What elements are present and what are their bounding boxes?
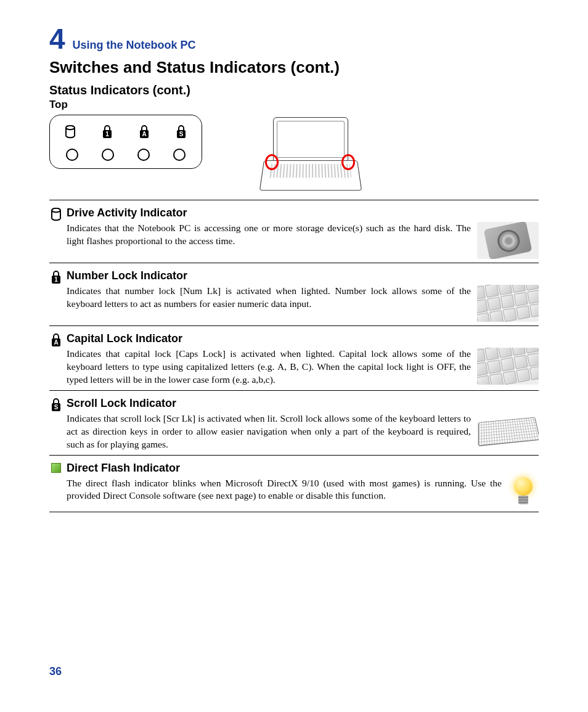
laptop-diagram [258, 115, 362, 195]
scroll-lock-section: S Scroll Lock Indicator Indicates that s… [49, 397, 539, 451]
indicator-description: Indicates that the Notebook PC is access… [67, 222, 471, 248]
chapter-title: Using the Notebook PC [73, 39, 196, 52]
section-title: Status Indicators (cont.) [49, 83, 539, 97]
indicator-title: Scroll Lock Indicator [67, 397, 539, 410]
divider [49, 263, 539, 263]
indicator-description: Indicates that scroll lock [Scr Lk] is a… [67, 412, 471, 451]
drive-activity-section: Drive Activity Indicator Indicates that … [49, 207, 539, 259]
svg-text:A: A [54, 339, 58, 346]
hard-disk-image [477, 222, 539, 259]
keyboard-keys-image [477, 348, 539, 385]
numlock-icon: 1 [100, 124, 114, 140]
keyboard-keys-image [477, 285, 539, 322]
indicator-title: Direct Flash Indicator [67, 462, 539, 475]
led-indicator [102, 149, 114, 161]
subsection-title: Top [49, 99, 539, 111]
led-indicator [173, 149, 186, 161]
divider [49, 390, 539, 391]
svg-text:S: S [179, 131, 184, 137]
led-indicator [137, 149, 150, 161]
direct-flash-section: Direct Flash Indicator The direct flash … [49, 462, 539, 508]
number-lock-section: 1 Number Lock Indicator Indicates that n… [49, 269, 539, 322]
chapter-number: 4 [49, 25, 65, 53]
directflash-icon [49, 463, 63, 473]
page-number: 36 [49, 665, 62, 678]
capslock-icon: A [49, 333, 63, 347]
svg-text:1: 1 [54, 276, 58, 283]
divider [49, 512, 539, 512]
indicator-illustration-row: 1 A S [49, 115, 539, 195]
page-title: Switches and Status Indicators (cont.) [49, 58, 539, 77]
numlock-icon: 1 [49, 271, 63, 284]
indicator-location-mark [265, 154, 279, 170]
capslock-icon: A [137, 124, 151, 140]
divider [49, 325, 539, 326]
divider [49, 455, 539, 456]
svg-point-7 [52, 208, 60, 212]
svg-text:1: 1 [105, 131, 109, 137]
svg-point-0 [66, 126, 75, 129]
indicator-title: Drive Activity Indicator [67, 207, 539, 219]
full-keyboard-image [477, 412, 539, 449]
svg-text:A: A [142, 131, 146, 137]
indicator-description: The direct flash indicator blinks when M… [67, 477, 502, 503]
scrolllock-icon: S [174, 124, 188, 140]
indicator-title: Capital Lock Indicator [67, 332, 539, 345]
led-indicator [66, 149, 78, 161]
indicator-title: Number Lock Indicator [67, 269, 539, 282]
lightbulb-image [508, 477, 539, 508]
svg-text:S: S [54, 404, 59, 411]
indicator-description: Indicates that number lock [Num Lk] is a… [67, 285, 471, 311]
divider [49, 200, 539, 200]
indicator-panel: 1 A S [49, 115, 202, 169]
indicator-description: Indicates that capital lock [Caps Lock] … [67, 348, 471, 387]
manual-page: 4 Using the Notebook PC Switches and Sta… [0, 0, 588, 712]
chapter-header: 4 Using the Notebook PC [49, 25, 539, 53]
drive-icon [63, 124, 77, 140]
drive-icon [49, 208, 63, 221]
scrolllock-icon: S [49, 398, 63, 412]
capital-lock-section: A Capital Lock Indicator Indicates that … [49, 332, 539, 387]
indicator-location-mark [341, 154, 355, 170]
